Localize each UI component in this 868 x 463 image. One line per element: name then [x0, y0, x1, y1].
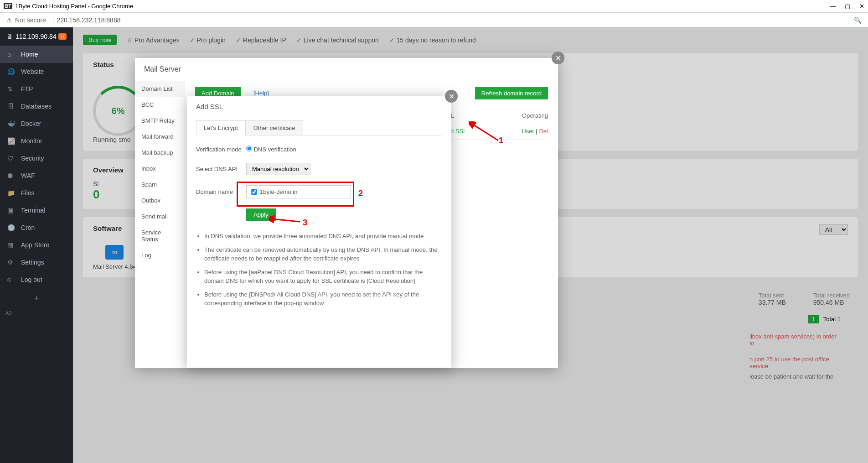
buy-now-button[interactable]: Buy now [83, 35, 117, 45]
globe-icon: 🌐 [7, 68, 16, 75]
sidebar-badge: 0 [58, 33, 67, 40]
ssl-modal-title: Add SSL [187, 96, 451, 117]
sidebar-item-logout[interactable]: ⎋Log out [0, 271, 73, 288]
chrome-titlebar: BT 1Byte Cloud Hosting Panel - Google Ch… [0, 0, 868, 13]
close-icon[interactable]: ✕ [445, 90, 458, 103]
url-bar[interactable]: ⚠ Not secure | 220.158.232.118:8888 🔍 [0, 13, 868, 27]
total-sent-value: 33.77 MB [759, 299, 786, 306]
monitor-icon: 🖥 [6, 33, 13, 40]
col-operating: Operating [498, 112, 548, 119]
mm-item-forward[interactable]: Mail forward [135, 129, 185, 145]
sidebar-item-ftp[interactable]: ⇅FTP [0, 80, 73, 98]
ssl-tabs: Let's Encrypt Other certificate [196, 120, 442, 135]
sidebar-item-docker[interactable]: 🐳Docker [0, 115, 73, 132]
url-text: 220.158.232.118:8888 [57, 16, 120, 24]
close-icon[interactable]: ✕ [552, 52, 564, 64]
gear-icon: ⚙ [7, 259, 16, 266]
mm-item-outbox[interactable]: Outbox [135, 192, 185, 208]
sidebar-item-terminal[interactable]: ▣Terminal [0, 202, 73, 219]
sidebar-item-label: Monitor [21, 137, 42, 145]
topbar: Buy now ♕Pro Advantages ✓Pro plugin ✓Rep… [83, 35, 858, 45]
mail-icon: ✉ [105, 245, 124, 260]
help-link[interactable]: [Help] [253, 90, 269, 97]
sidebar-item-label: Home [21, 51, 38, 58]
domain-checkbox[interactable] [251, 189, 257, 195]
sidebar-item-files[interactable]: 📁Files [0, 184, 73, 202]
sidebar-ip-text: 112.109.90.84 [16, 33, 57, 40]
page-button[interactable]: 1 [808, 315, 819, 323]
sidebar-item-label: Settings [21, 259, 44, 266]
mm-item-inbox[interactable]: Inbox [135, 161, 185, 177]
sidebar-item-label: Log out [21, 276, 42, 283]
sidebar-item-home[interactable]: ⌂Home [0, 46, 73, 63]
sidebar-item-settings[interactable]: ⚙Settings [0, 254, 73, 271]
sidebar-item-label: Terminal [21, 207, 45, 214]
search-icon[interactable]: 🔍 [854, 16, 862, 24]
del-link[interactable]: Del [539, 128, 548, 135]
mm-item-spam[interactable]: Spam [135, 177, 185, 192]
sidebar-add[interactable]: + [0, 288, 73, 309]
mail-modal-title: Mail Server [135, 58, 558, 81]
home-icon: ⌂ [7, 51, 16, 58]
close-window-icon[interactable]: ✕ [859, 3, 864, 10]
tab-other-cert[interactable]: Other certificate [246, 120, 303, 135]
warning-text: ilbox anti-spam services) in order to n … [749, 333, 841, 380]
annotation-num-3: 3 [303, 218, 307, 228]
sidebar: 🖥 112.109.90.84 0 ⌂Home 🌐Website ⇅FTP 🗄D… [0, 27, 73, 463]
mm-item-bcc[interactable]: BCC [135, 97, 185, 113]
overview-item: Si 0 [93, 180, 99, 202]
ssl-notes: In DNS validation, we provide three auto… [196, 232, 442, 308]
ad-label: AD [0, 309, 73, 317]
feature-replaceable-ip: ✓Replaceable IP [236, 36, 286, 44]
sidebar-item-label: App Store [21, 241, 49, 249]
mm-item-domain-list[interactable]: Domain List [135, 81, 185, 97]
ftp-icon: ⇅ [7, 85, 16, 93]
chart-icon: 📈 [7, 137, 16, 145]
terminal-icon: ▣ [7, 207, 16, 214]
domain-value: 1byte-demo.in [260, 188, 297, 195]
total-recv-value: 950.46 MB [813, 299, 850, 306]
sidebar-item-website[interactable]: 🌐Website [0, 63, 73, 80]
sidebar-item-monitor[interactable]: 📈Monitor [0, 132, 73, 150]
domain-label: Domain name [196, 188, 246, 195]
not-secure-label: Not secure [15, 16, 46, 24]
minimize-icon[interactable]: — [830, 3, 836, 10]
dns-verification-radio[interactable]: DNS verification [246, 146, 296, 153]
refresh-domain-button[interactable]: Refresh domain record [475, 87, 548, 99]
sidebar-item-appstore[interactable]: ▦App Store [0, 236, 73, 254]
domain-checkbox-box[interactable]: 1byte-demo.in [246, 185, 351, 198]
sidebar-item-label: FTP [21, 85, 33, 93]
sidebar-item-waf[interactable]: ⬢WAF [0, 167, 73, 184]
mm-item-status[interactable]: Service Status [135, 224, 185, 247]
mm-item-send[interactable]: Send mail [135, 208, 185, 224]
bt-favicon: BT [4, 3, 12, 9]
page-total: Total 1 [823, 316, 841, 323]
feature-refund: ✓15 days no reason to refund [389, 36, 476, 44]
dns-api-label: Select DNS API [196, 166, 246, 172]
tab-lets-encrypt[interactable]: Let's Encrypt [196, 120, 246, 135]
grid-icon: ▦ [7, 241, 16, 249]
sidebar-item-security[interactable]: 🛡Security [0, 150, 73, 167]
mm-item-smtp[interactable]: SMTP Relay [135, 113, 185, 129]
warning-icon: ⚠ [6, 16, 12, 24]
software-filter[interactable]: All [819, 224, 848, 235]
apply-button[interactable]: Apply [246, 208, 276, 221]
maximize-icon[interactable]: ▢ [845, 3, 850, 10]
user-link[interactable]: User [522, 128, 534, 135]
domain-row: Domain name 1byte-demo.in [196, 185, 442, 198]
sidebar-item-label: Cron [21, 224, 35, 231]
software-item-mail[interactable]: ✉ Mail Server 4.6▸ [93, 245, 136, 270]
sidebar-item-cron[interactable]: 🕒Cron [0, 219, 73, 236]
verification-row: Verification mode DNS verification [196, 146, 442, 153]
sidebar-ip[interactable]: 🖥 112.109.90.84 0 [0, 27, 73, 46]
annotation-num-2: 2 [358, 189, 363, 198]
mm-item-log[interactable]: Log [135, 247, 185, 263]
dns-api-select[interactable]: Manual resolution [246, 163, 310, 175]
mm-item-backup[interactable]: Mail backup [135, 145, 185, 161]
note-item: In DNS validation, we provide three auto… [204, 232, 442, 241]
net-stats: Total sent33.77 MB Total received950.46 … [759, 292, 850, 306]
verification-label: Verification mode [196, 146, 246, 153]
logout-icon: ⎋ [7, 276, 16, 283]
sidebar-item-databases[interactable]: 🗄Databases [0, 98, 73, 115]
sidebar-item-label: Files [21, 189, 35, 197]
